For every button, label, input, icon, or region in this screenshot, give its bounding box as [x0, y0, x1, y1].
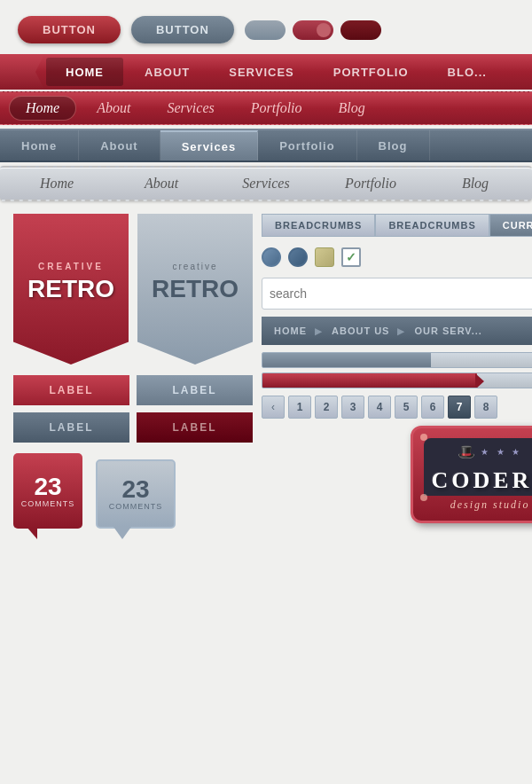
- breadcrumbs-bar: BREADCRUMBS BREADCRUMBS CURRENT: [262, 214, 532, 237]
- label-btn-1[interactable]: LABEL: [13, 375, 129, 405]
- toggles-row: ✓: [262, 244, 532, 270]
- page-5[interactable]: 5: [395, 396, 418, 419]
- search-input[interactable]: [270, 286, 532, 301]
- toggle-dot-1[interactable]: [262, 247, 281, 267]
- toggle-dot-2[interactable]: [288, 247, 308, 267]
- nav-ribbon-portfolio[interactable]: PORTFOLIO: [314, 54, 428, 90]
- progress-section: [262, 352, 532, 388]
- page-8[interactable]: 8: [474, 396, 497, 419]
- banners-row: CREATIVE RETRO creative RETRO: [13, 214, 253, 365]
- buttons-row: BUTTON BUTTON: [0, 0, 532, 54]
- progress-bar-2: [262, 372, 532, 388]
- toggle-red[interactable]: [293, 20, 333, 40]
- ribbon-arrow: [0, 54, 44, 90]
- label-btn-2[interactable]: LABEL: [137, 375, 253, 405]
- badges-row: 23 COMMENTS 23 COMMENTS: [13, 453, 253, 529]
- nav-ribbon: HOME ABOUT SERVICES PORTFOLIO BLO...: [0, 54, 532, 90]
- label-btn-4[interactable]: LABEL: [137, 412, 253, 443]
- breadcrumb-1[interactable]: BREADCRUMBS: [262, 214, 375, 237]
- nav-dark: Home About Services Portfolio Blog: [0, 129, 532, 162]
- coders-logo: 🎩 ★ ★ ★ CODERS design studio: [411, 426, 532, 532]
- main-area: CREATIVE RETRO creative RETRO LABEL LABE…: [0, 205, 532, 541]
- progress-fill-gray: [262, 353, 431, 367]
- nav-dark-portfolio[interactable]: Portfolio: [258, 130, 356, 161]
- breadcrumb-current[interactable]: CURRENT: [489, 214, 532, 237]
- nav-fancy-about[interactable]: About: [81, 97, 146, 120]
- page-6[interactable]: 6: [421, 396, 444, 419]
- badge-comments-red: 23 COMMENTS: [13, 453, 82, 529]
- nav-fancy-blog[interactable]: Blog: [323, 97, 381, 120]
- toggle-square[interactable]: [315, 247, 334, 267]
- nav-dark-home[interactable]: Home: [0, 130, 79, 161]
- hat-icon: 🎩: [458, 443, 475, 460]
- nav-ribbon-blog[interactable]: BLO...: [428, 54, 506, 90]
- banner-gray-subtitle: creative: [172, 262, 217, 271]
- progress-fill-red: [262, 373, 477, 388]
- progress-bar-1: [262, 352, 532, 368]
- breadcrumb-nav-bar: HOME ABOUT US OUR SERV...: [262, 317, 532, 345]
- banner-red-title: RETRO: [27, 275, 114, 303]
- breadcrumb-nav-services[interactable]: OUR SERV...: [402, 317, 494, 345]
- banner-red: CREATIVE RETRO: [13, 214, 129, 365]
- label-btn-3[interactable]: LABEL: [13, 412, 129, 443]
- page-4[interactable]: 4: [368, 396, 391, 419]
- nav-light-portfolio[interactable]: Portfolio: [318, 171, 423, 196]
- nav-ribbon-services[interactable]: SERVICES: [209, 54, 314, 90]
- nav-ribbon-about[interactable]: ABOUT: [125, 54, 209, 90]
- page-1[interactable]: 1: [288, 396, 311, 419]
- logo-top-band: 🎩 ★ ★ ★: [424, 438, 532, 466]
- badge-comments-gray: 23 COMMENTS: [96, 459, 176, 529]
- nav-fancy-portfolio[interactable]: Portfolio: [235, 97, 318, 120]
- page-3[interactable]: 3: [341, 396, 364, 419]
- badge-gray-count: 23: [121, 477, 149, 502]
- banner-gray: creative RETRO: [137, 214, 253, 365]
- breadcrumb-nav-about[interactable]: ABOUT US: [319, 317, 402, 345]
- logo-stars: ★ ★ ★: [481, 447, 523, 457]
- nav-fancy-home[interactable]: Home: [9, 96, 76, 121]
- nav-light-blog[interactable]: Blog: [423, 171, 528, 196]
- toggle-dark-red[interactable]: [340, 20, 381, 40]
- nav-ribbon-home[interactable]: HOME: [46, 58, 123, 86]
- toggle-group: [245, 20, 381, 40]
- nav-light-services[interactable]: Services: [214, 171, 318, 196]
- nav-light: Home About Services Portfolio Blog: [0, 166, 532, 201]
- labels-section: LABEL LABEL LABEL LABEL: [13, 375, 253, 443]
- right-column: BREADCRUMBS BREADCRUMBS CURRENT ✓ 🔍 HOME…: [262, 214, 532, 532]
- badge-red-label: COMMENTS: [21, 499, 75, 508]
- logo-outer: 🎩 ★ ★ ★ CODERS design studio: [411, 426, 532, 523]
- logo-corner-bl: [420, 494, 427, 501]
- badge-red-count: 23: [34, 474, 61, 499]
- logo-subtitle: design studio: [450, 498, 530, 512]
- breadcrumb-nav-home[interactable]: HOME: [262, 317, 319, 345]
- nav-light-about[interactable]: About: [109, 171, 214, 196]
- badge-gray-label: COMMENTS: [109, 502, 163, 511]
- prev-page-button[interactable]: ‹: [262, 396, 285, 419]
- nav-fancy-services[interactable]: Services: [151, 97, 230, 120]
- page-7-active[interactable]: 7: [448, 396, 471, 419]
- pagination: ‹ 1 2 3 4 5 6 7 8: [262, 396, 532, 419]
- left-column: CREATIVE RETRO creative RETRO LABEL LABE…: [13, 214, 253, 532]
- page-2[interactable]: 2: [315, 396, 338, 419]
- banner-gray-title: RETRO: [152, 275, 239, 303]
- nav-dark-services[interactable]: Services: [160, 130, 259, 161]
- nav-dark-blog[interactable]: Blog: [357, 130, 430, 161]
- nav-light-home[interactable]: Home: [4, 171, 109, 196]
- banner-red-subtitle: CREATIVE: [38, 262, 104, 271]
- breadcrumb-2[interactable]: BREADCRUMBS: [375, 214, 489, 237]
- nav-fancy: Home About Services Portfolio Blog: [0, 91, 532, 125]
- logo-title: CODERS: [424, 466, 532, 496]
- toggle-gray[interactable]: [245, 20, 286, 40]
- button-2[interactable]: BUTTON: [131, 16, 234, 43]
- button-1[interactable]: BUTTON: [18, 16, 121, 43]
- logo-corner-tl: [420, 434, 427, 441]
- nav-dark-about[interactable]: About: [79, 130, 160, 161]
- checkbox-check[interactable]: ✓: [341, 247, 361, 267]
- search-bar: 🔍: [262, 278, 532, 310]
